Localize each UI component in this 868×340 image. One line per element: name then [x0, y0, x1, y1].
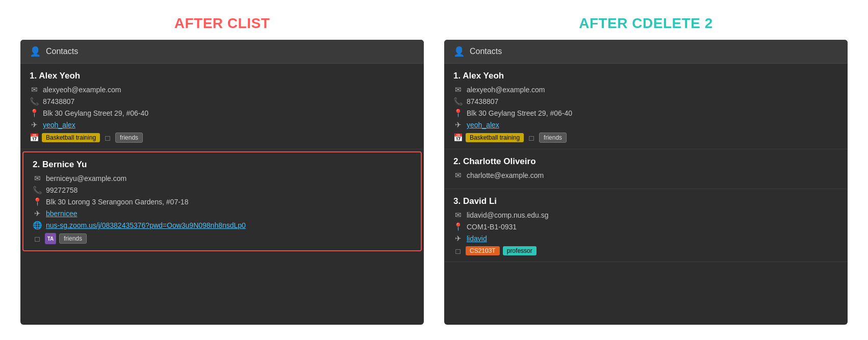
left-contact-2-telegram: ✈ bbernicee — [33, 209, 412, 218]
left-contact-2-tags: □ TA friends — [33, 233, 412, 244]
right-contact-1-phone-value: 87438807 — [467, 97, 498, 106]
right-contact-3-name: 3. David Li — [453, 196, 838, 206]
left-contact-1: 1. Alex Yeoh ✉ alexyeoh@example.com 📞 87… — [20, 64, 424, 149]
left-contact-2-telegram-link[interactable]: bbernicee — [46, 210, 78, 218]
right-contact-3-telegram-link[interactable]: lidavid — [467, 234, 487, 243]
right-contacts-header: 👤 Contacts — [444, 40, 848, 64]
left-contact-1-name: 1. Alex Yeoh — [30, 71, 415, 81]
tag-icon-r1: 📅 — [453, 133, 463, 142]
left-contact-2-email: ✉ berniceyu@example.com — [33, 174, 412, 183]
left-tag-basketball: Basketball training — [42, 133, 100, 142]
person-icon-left: 👤 — [30, 46, 41, 57]
left-contact-2-phone-value: 99272758 — [46, 186, 78, 194]
right-contact-1-telegram-link[interactable]: yeoh_alex — [467, 121, 499, 129]
left-header-label: Contacts — [46, 47, 78, 56]
right-contact-2-email: ✉ charlotte@example.com — [453, 171, 838, 180]
email-icon-2: ✉ — [33, 174, 42, 183]
left-contact-2: 2. Bernice Yu ✉ berniceyu@example.com 📞 … — [22, 151, 422, 251]
right-contact-3-email: ✉ lidavid@comp.nus.edu.sg — [453, 211, 838, 220]
address-icon-r1: 📍 — [453, 109, 463, 118]
email-icon: ✉ — [30, 85, 39, 94]
left-contact-1-tags: 📅 Basketball training □ friends — [30, 133, 415, 143]
left-contact-1-address: 📍 Blk 30 Geylang Street 29, #06-40 — [30, 109, 415, 118]
right-contact-1-name: 1. Alex Yeoh — [453, 71, 838, 81]
tag-icon-1: 📅 — [30, 133, 39, 142]
right-title: AFTER CDELETE 2 — [444, 15, 848, 32]
right-contact-3-address: 📍 COM1-B1-0931 — [453, 222, 838, 231]
address-icon-r3: 📍 — [453, 222, 463, 231]
person-icon-right: 👤 — [453, 46, 465, 57]
telegram-icon-r1: ✈ — [453, 120, 463, 129]
right-contact-1-email: ✉ alexyeoh@example.com — [453, 85, 838, 94]
right-contact-2-email-value: charlotte@example.com — [467, 171, 544, 179]
right-contact-1-address-value: Blk 30 Geylang Street 29, #06-40 — [467, 109, 572, 117]
left-contact-1-telegram-link[interactable]: yeoh_alex — [43, 121, 75, 129]
right-contacts-panel: 👤 Contacts 1. Alex Yeoh ✉ alexyeoh@examp… — [444, 40, 848, 325]
right-contact-2: 2. Charlotte Oliveiro ✉ charlotte@exampl… — [444, 149, 848, 189]
right-contact-1-email-value: alexyeoh@example.com — [467, 86, 545, 94]
email-icon-r3: ✉ — [453, 211, 463, 220]
left-contact-2-phone: 📞 99272758 — [33, 186, 412, 195]
address-icon-2: 📍 — [33, 197, 42, 206]
telegram-icon-2: ✈ — [33, 209, 42, 218]
right-header-label: Contacts — [470, 47, 502, 56]
left-contact-2-address: 📍 Blk 30 Lorong 3 Serangoon Gardens, #07… — [33, 197, 412, 206]
left-title: AFTER CLIST — [20, 15, 424, 32]
left-contact-1-email-value: alexyeoh@example.com — [43, 86, 121, 94]
left-contact-1-telegram: ✈ yeoh_alex — [30, 120, 415, 129]
left-contact-2-name: 2. Bernice Yu — [33, 160, 412, 170]
tag-icon-2: □ — [103, 134, 112, 142]
left-contact-1-email: ✉ alexyeoh@example.com — [30, 85, 415, 94]
right-contact-3-tags: □ CS2103T professor — [453, 246, 838, 255]
right-contact-1-telegram: ✈ yeoh_alex — [453, 120, 838, 129]
tag-icon-r2: □ — [527, 134, 536, 142]
left-tag-avatar-ta: TA — [45, 233, 56, 244]
right-contact-3-email-value: lidavid@comp.nus.edu.sg — [467, 211, 549, 219]
right-tag-friends: friends — [539, 133, 567, 143]
left-section: AFTER CLIST 👤 Contacts 1. Alex Yeoh ✉ al… — [20, 15, 424, 325]
left-contact-2-web: 🌐 nus-sg.zoom.us/j/08382435376?pwd=Oow3u… — [33, 221, 412, 230]
right-contact-1-phone: 📞 87438807 — [453, 97, 838, 106]
tag-icon-r3: □ — [453, 247, 463, 255]
left-contact-2-web-link[interactable]: nus-sg.zoom.us/j/08382435376?pwd=Oow3u9N… — [46, 221, 246, 229]
left-tag-friends: friends — [115, 133, 143, 143]
left-contacts-header: 👤 Contacts — [20, 40, 424, 64]
right-contact-3-telegram: ✈ lidavid — [453, 234, 838, 243]
right-contact-3-address-value: COM1-B1-0931 — [467, 223, 517, 231]
right-contacts-body: 1. Alex Yeoh ✉ alexyeoh@example.com 📞 87… — [444, 64, 848, 262]
left-contacts-panel: 👤 Contacts 1. Alex Yeoh ✉ alexyeoh@examp… — [20, 40, 424, 325]
left-contact-1-address-value: Blk 30 Geylang Street 29, #06-40 — [43, 109, 148, 117]
phone-icon: 📞 — [30, 97, 39, 106]
left-contact-2-email-value: berniceyu@example.com — [46, 174, 126, 182]
right-contact-1: 1. Alex Yeoh ✉ alexyeoh@example.com 📞 87… — [444, 64, 848, 149]
right-section: AFTER CDELETE 2 👤 Contacts 1. Alex Yeoh … — [444, 15, 848, 325]
right-tag-basketball: Basketball training — [466, 133, 524, 142]
telegram-icon-r3: ✈ — [453, 234, 463, 243]
right-tag-cs2103t: CS2103T — [466, 246, 500, 255]
email-icon-r1: ✉ — [453, 85, 463, 94]
telegram-icon: ✈ — [30, 120, 39, 129]
address-icon: 📍 — [30, 109, 39, 118]
email-icon-r2: ✉ — [453, 171, 463, 180]
left-contact-1-phone: 📞 87438807 — [30, 97, 415, 106]
right-contact-1-tags: 📅 Basketball training □ friends — [453, 133, 838, 143]
tag-icon-3: □ — [33, 234, 42, 243]
right-tag-professor: professor — [503, 246, 537, 255]
left-tag-friends-2: friends — [59, 233, 87, 244]
right-contact-2-name: 2. Charlotte Oliveiro — [453, 156, 838, 167]
right-contact-3: 3. David Li ✉ lidavid@comp.nus.edu.sg 📍 … — [444, 189, 848, 262]
web-icon: 🌐 — [33, 221, 42, 230]
left-contact-2-address-value: Blk 30 Lorong 3 Serangoon Gardens, #07-1… — [46, 198, 188, 206]
phone-icon-r1: 📞 — [453, 97, 463, 106]
phone-icon-2: 📞 — [33, 186, 42, 195]
left-contacts-body: 1. Alex Yeoh ✉ alexyeoh@example.com 📞 87… — [20, 64, 424, 251]
right-contact-1-address: 📍 Blk 30 Geylang Street 29, #06-40 — [453, 109, 838, 118]
left-contact-1-phone-value: 87438807 — [43, 97, 74, 106]
